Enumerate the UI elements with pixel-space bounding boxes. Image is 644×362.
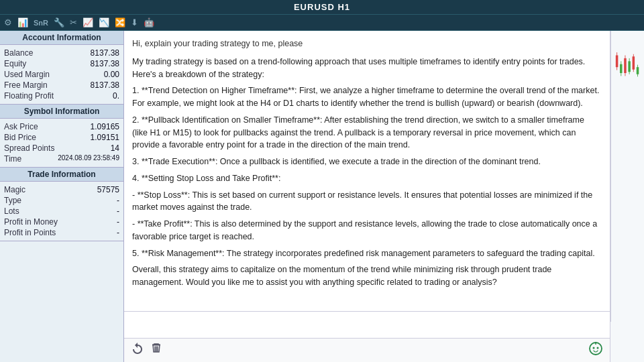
settings-icon[interactable]: ⚙ [3,17,13,27]
magic-value: 57575 [97,185,119,194]
profit-money-row: Profit in Money - [4,217,119,227]
used-margin-value: 0.00 [104,70,119,79]
svg-point-37 [595,342,596,343]
equity-label: Equity [4,59,26,68]
user-message: Hi, explain your trading strategy to me,… [132,38,602,50]
ai-toolbar-icon[interactable]: 🤖 [142,17,156,27]
profit-points-row: Profit in Points - [4,227,119,238]
account-section-header: Account Information [0,31,123,45]
lots-row: Lots - [4,206,119,217]
bid-price-label: Bid Price [4,133,36,142]
balance-label: Balance [4,48,33,58]
download-icon[interactable]: ⬇ [129,17,140,27]
spread-points-row: Spread Points 14 [4,143,119,154]
chat-input[interactable] [128,314,606,333]
svg-rect-32 [152,345,160,346]
spread-points-label: Spread Points [4,143,54,153]
chart-icon[interactable]: 📊 [16,17,30,27]
type-row: Type - [4,195,119,206]
trade-section-header: Trade Information [0,168,123,182]
balance-row: Balance 8137.38 [4,48,119,58]
time-row: Time 2024.08.09 23:58:49 [4,154,119,164]
chat-input-area [124,311,610,338]
chat-messages[interactable]: Hi, explain your trading strategy to me,… [124,31,610,311]
free-margin-row: Free Margin 8137.38 [4,80,119,90]
profit-money-value: - [117,217,119,227]
symbol-info-section: Ask Price 1.09165 Bid Price 1.09151 Spre… [0,119,123,168]
ask-price-row: Ask Price 1.09165 [4,121,119,132]
chart-area: Hi, explain your trading strategy to me,… [124,31,644,362]
account-info-section: Balance 8137.38 Equity 8137.38 Used Marg… [0,45,123,105]
switch-icon[interactable]: 🔀 [113,17,127,27]
svg-point-34 [593,347,595,349]
title-bar: EURUSD H1 [0,0,644,15]
svg-point-35 [597,347,599,349]
used-margin-label: Used Margin [4,70,50,79]
ask-price-label: Ask Price [4,122,38,131]
time-value: 2024.08.09 23:58:49 [58,154,119,164]
linechart-icon[interactable]: 📈 [81,17,95,27]
balance-value: 8137.38 [91,48,119,58]
chat-panel: Hi, explain your trading strategy to me,… [124,31,610,362]
magic-label: Magic [4,185,25,194]
lots-value: - [117,206,119,216]
bid-price-value: 1.09151 [91,133,119,142]
spread-points-value: 14 [111,143,119,153]
profit-money-label: Profit in Money [4,217,58,227]
symbol-section-header: Symbol Information [0,105,123,119]
trash-icon[interactable] [150,342,163,359]
floating-profit-value: 0. [113,91,119,101]
type-label: Type [4,196,21,205]
ai-chat-icon[interactable] [588,341,603,359]
free-margin-label: Free Margin [4,80,48,90]
ai-message: My trading strategy is based on a trend-… [132,56,602,289]
used-margin-row: Used Margin 0.00 [4,69,119,80]
equity-value: 8137.38 [91,59,119,68]
trade-info-section: Magic 57575 Type - Lots - Profit in Mone… [0,182,123,241]
free-margin-value: 8137.38 [91,80,119,90]
toolbar: ⚙ 📊 SnR 🔧 ✂ 📈 📉 🔀 ⬇ 🤖 [0,15,644,31]
time-label: Time [4,154,21,164]
type-value: - [117,196,119,205]
ask-price-value: 1.09165 [91,122,119,131]
chat-toolbar [124,338,610,362]
lots-label: Lots [4,206,19,216]
title-text: EURUSD H1 [294,2,350,12]
tools-icon[interactable]: 🔧 [52,17,66,27]
bid-price-row: Bid Price 1.09151 [4,132,119,143]
snr-label[interactable]: SnR [32,19,50,27]
candlechart-icon[interactable]: 📉 [97,17,111,27]
main-layout: Account Information Balance 8137.38 Equi… [0,31,644,362]
profit-points-label: Profit in Points [4,228,56,237]
floating-profit-label: Floating Profit [4,91,54,101]
floating-profit-row: Floating Profit 0. [4,90,119,101]
refresh-icon[interactable] [131,342,144,359]
equity-row: Equity 8137.38 [4,58,119,69]
mini-chart [610,31,644,322]
cut-icon[interactable]: ✂ [68,17,78,27]
magic-row: Magic 57575 [4,184,119,195]
profit-points-value: - [117,228,119,237]
left-panel: Account Information Balance 8137.38 Equi… [0,31,124,362]
